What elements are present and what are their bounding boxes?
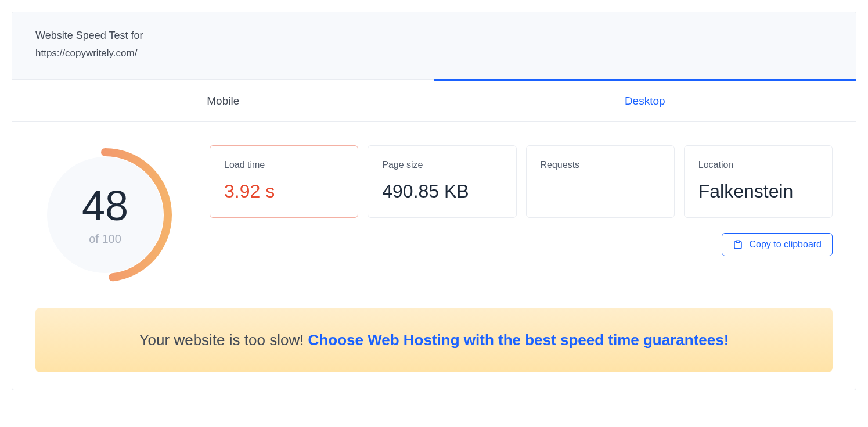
metric-location: Location Falkenstein bbox=[684, 145, 833, 218]
metric-label: Page size bbox=[382, 160, 502, 170]
score-max: of 100 bbox=[89, 232, 121, 246]
metric-value: Falkenstein bbox=[698, 181, 818, 202]
score-gauge: 48 of 100 bbox=[35, 145, 175, 285]
gauge-center: 48 of 100 bbox=[35, 145, 175, 285]
page-title: Website Speed Test for bbox=[35, 30, 833, 42]
promo-banner: Your website is too slow! Choose Web Hos… bbox=[35, 308, 833, 372]
metric-value: 3.92 s bbox=[224, 181, 344, 202]
tab-desktop[interactable]: Desktop bbox=[434, 79, 856, 121]
metric-value: 490.85 KB bbox=[382, 181, 502, 202]
copy-to-clipboard-button[interactable]: Copy to clipboard bbox=[722, 233, 833, 256]
banner-cta-link[interactable]: Choose Web Hosting with the best speed t… bbox=[308, 331, 729, 349]
metric-label: Load time bbox=[224, 160, 344, 170]
metric-row: Load time 3.92 s Page size 490.85 KB Req… bbox=[210, 145, 833, 218]
metric-label: Requests bbox=[541, 160, 660, 170]
clipboard-icon bbox=[733, 239, 743, 250]
metric-requests: Requests bbox=[526, 145, 675, 218]
metric-load-time: Load time 3.92 s bbox=[210, 145, 358, 218]
metric-page-size: Page size 490.85 KB bbox=[368, 145, 516, 218]
page-header: Website Speed Test for https://copywrite… bbox=[12, 12, 856, 80]
copy-button-label: Copy to clipboard bbox=[749, 239, 822, 250]
results-content: 48 of 100 Load time 3.92 s Page size 490… bbox=[12, 122, 856, 290]
metric-label: Location bbox=[698, 160, 818, 170]
score-value: 48 bbox=[82, 185, 128, 227]
copy-row: Copy to clipboard bbox=[210, 233, 833, 256]
device-tabs: Mobile Desktop bbox=[12, 80, 856, 122]
banner-lead: Your website is too slow! bbox=[139, 331, 308, 349]
metrics-panel: Load time 3.92 s Page size 490.85 KB Req… bbox=[210, 145, 833, 256]
svg-rect-2 bbox=[736, 241, 740, 242]
tested-url: https://copywritely.com/ bbox=[35, 48, 833, 59]
tab-mobile[interactable]: Mobile bbox=[12, 79, 434, 121]
speedtest-card: Website Speed Test for https://copywrite… bbox=[12, 12, 856, 390]
